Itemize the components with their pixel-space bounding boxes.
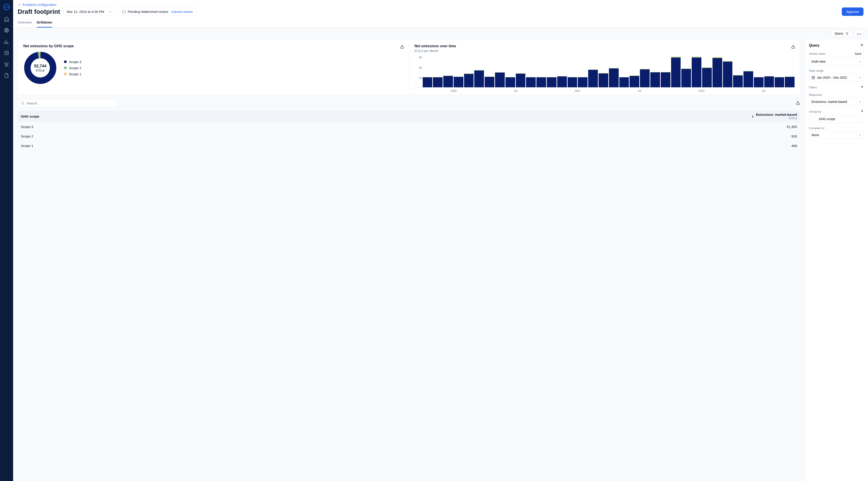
compare-select[interactable]: None — [809, 131, 864, 139]
home-icon[interactable] — [4, 16, 9, 23]
cancel-review-link[interactable]: Cancel review — [171, 10, 193, 13]
close-icon[interactable] — [860, 43, 864, 48]
title-row: Draft footprint Mar 12, 2024 at 4:26 PM … — [18, 7, 864, 16]
query-panel-title: Query — [809, 43, 819, 48]
bar-column — [578, 77, 587, 87]
status-pending: Pending Watershed review — [122, 10, 168, 14]
version-select[interactable]: Mar 12, 2024 at 4:26 PM — [63, 8, 115, 16]
bar-column — [692, 57, 702, 87]
legend-item: Scope 1 — [64, 72, 81, 76]
table-col-emissions[interactable]: Emissions: market-based tCO₂e — [751, 113, 797, 120]
nav-rail — [0, 0, 13, 481]
globe-icon[interactable] — [4, 28, 9, 34]
bar-column — [764, 76, 774, 87]
page-title: Draft footprint — [18, 8, 60, 16]
download-icon[interactable] — [791, 44, 796, 50]
search-icon — [21, 101, 25, 105]
tab-drilldown[interactable]: Drilldown — [37, 19, 52, 28]
bar-column — [661, 72, 671, 87]
box-icon[interactable] — [4, 50, 9, 57]
table: GHG scope Emissions: market-based tCO₂e … — [18, 110, 800, 151]
svg-point-6 — [860, 34, 861, 35]
table-row[interactable]: Scope 351,350 — [18, 122, 800, 131]
bar-column — [526, 77, 536, 87]
table-col-ghgscope[interactable]: GHG scope — [21, 114, 39, 118]
more-button[interactable] — [855, 30, 864, 37]
compare-label: Compare to — [809, 126, 825, 130]
chevron-down-icon — [858, 133, 862, 137]
download-icon[interactable] — [400, 44, 404, 50]
bar-column — [629, 76, 639, 87]
donut-legend: Scope 3Scope 2Scope 1 — [64, 60, 81, 76]
document-icon[interactable] — [4, 73, 9, 79]
saved-view-select[interactable]: Draft view — [809, 58, 864, 65]
charts-row: Net emissions by GHG scope 52,744 tCO₂e … — [18, 39, 800, 95]
add-filter-button[interactable] — [860, 85, 864, 90]
table-row[interactable]: Scope 2926 — [18, 131, 800, 141]
chevron-down-icon — [109, 10, 112, 13]
legend-item: Scope 3 — [64, 60, 81, 64]
bar-column — [588, 69, 598, 87]
approve-button[interactable]: Approve — [842, 7, 864, 16]
groupby-label: Group by — [809, 110, 821, 113]
donut-chart: 52,744 tCO₂e — [23, 51, 57, 85]
bar-column — [557, 76, 567, 87]
table-header: GHG scope Emissions: market-based tCO₂e — [18, 110, 800, 122]
pending-icon — [122, 10, 126, 14]
bar-column — [640, 69, 650, 87]
tab-overview[interactable]: Overview — [18, 19, 32, 27]
bar-yaxis: 3K2K1K — [414, 56, 422, 87]
logo-icon — [3, 4, 10, 11]
arrow-left-icon — [18, 3, 21, 6]
version-select-value: Mar 12, 2024 at 4:26 PM — [67, 10, 104, 13]
table-row[interactable]: Scope 1468 — [18, 141, 800, 151]
bar-column — [443, 76, 453, 87]
measure-select[interactable]: Emissions: market-based — [809, 98, 864, 106]
search-row — [18, 99, 800, 107]
bar-column — [464, 73, 474, 87]
bar-column — [619, 77, 629, 87]
topbar: Footprint configuration Draft footprint … — [13, 0, 868, 28]
body: Net emissions by GHG scope 52,744 tCO₂e … — [13, 39, 868, 481]
content: Net emissions by GHG scope 52,744 tCO₂e … — [13, 39, 805, 481]
download-icon[interactable] — [796, 100, 800, 106]
query-button[interactable]: Query 1 — [832, 30, 852, 37]
bar-column — [743, 71, 753, 87]
query-count-badge: 1 — [845, 32, 849, 35]
daterange-label: Date range — [809, 69, 824, 72]
main: Footprint configuration Draft footprint … — [13, 0, 868, 481]
bar-column — [598, 73, 608, 87]
bar-column — [516, 73, 526, 87]
search-input[interactable] — [18, 99, 117, 107]
chevron-down-icon — [858, 100, 862, 103]
bar-column — [609, 68, 619, 87]
bar-column — [671, 57, 681, 87]
more-icon — [857, 34, 861, 35]
drag-handle-icon[interactable]: ⋮⋮ — [811, 117, 817, 121]
bar-column — [505, 77, 515, 87]
measures-label: Measures — [809, 93, 822, 96]
bar-column — [681, 68, 691, 87]
breadcrumb[interactable]: Footprint configuration — [18, 3, 864, 6]
saved-views-label: Saved views — [809, 52, 826, 55]
donut-total: 52,744 — [34, 64, 46, 68]
calendar-icon — [811, 76, 815, 79]
donut-unit: tCO₂e — [36, 68, 45, 72]
add-groupby-button[interactable] — [860, 109, 864, 114]
save-view-button[interactable]: Save — [852, 51, 864, 56]
bar-column — [536, 77, 546, 87]
status-box: Pending Watershed review Cancel review — [119, 8, 196, 16]
bar-column — [650, 72, 660, 87]
svg-point-5 — [859, 34, 860, 35]
cart-icon[interactable] — [4, 61, 9, 68]
bar-column — [567, 77, 577, 87]
actions-bar: Query 1 — [13, 28, 868, 39]
filters-label: Filters — [809, 86, 817, 89]
groupby-chip[interactable]: ⋮⋮ GHG scope — [809, 115, 864, 123]
bar-column — [785, 77, 795, 87]
daterange-select[interactable]: Jan 2020 – Dec 2022 — [809, 74, 864, 82]
bar-column — [733, 75, 743, 87]
bar-chart: 3K2K1K — [414, 56, 795, 88]
chart-icon[interactable] — [4, 39, 9, 45]
donut-title: Net emissions by GHG scope — [23, 44, 403, 48]
